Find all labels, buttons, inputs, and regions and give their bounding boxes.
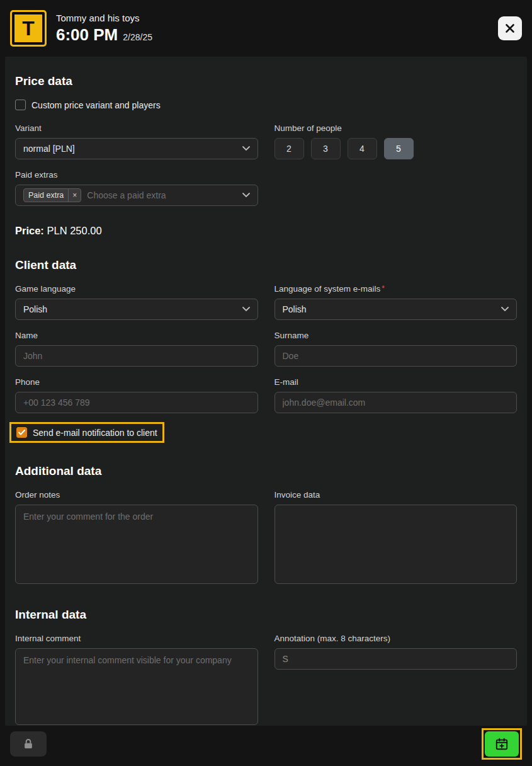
booking-modal: T Tommy and his toys 6:00 PM 2/28/25 Pri… [0,0,532,766]
save-reservation-button[interactable] [485,731,519,757]
people-field: Number of people 2 3 4 5 [274,113,518,159]
notify-checkbox-row[interactable]: Send e-mail notification to client [16,427,157,438]
email-language-value: Polish [283,304,497,314]
custom-price-checkbox-row[interactable]: Custom price variant and players [15,100,161,110]
name-field-wrap: Name [15,320,258,367]
close-icon [505,23,515,33]
modal-header: T Tommy and his toys 6:00 PM 2/28/25 [0,0,532,57]
price-total-value: PLN 250.00 [47,225,101,236]
annotation-label: Annotation (max. 8 characters) [274,634,518,643]
phone-field-wrap: Phone [15,367,258,413]
paid-extras-row: Paid extras Paid extra × Choose a paid e… [15,159,517,206]
phone-field[interactable] [15,392,258,413]
save-button-highlight [482,728,522,760]
price-data-heading: Price data [15,74,517,88]
invoice-textarea[interactable] [274,505,518,584]
chevron-down-icon [501,307,509,312]
paid-extras-label: Paid extras [15,170,258,180]
email-field-wrap: E-mail [274,367,518,413]
remove-tag-icon[interactable]: × [68,189,81,202]
order-notes-label: Order notes [15,490,258,500]
invoice-field-wrap: Invoice data [274,479,518,586]
paid-extras-select[interactable]: Paid extra × Choose a paid extra [15,185,258,206]
people-label: Number of people [274,123,518,133]
internal-row: Internal comment Annotation (max. 8 char… [15,623,517,726]
order-notes-textarea[interactable] [15,505,258,584]
paid-extras-spacer [274,159,518,206]
paid-extra-tag-label: Paid extra [24,189,68,202]
variant-field: Variant normal [PLN] [15,113,258,159]
name-row: Name Surname [15,320,517,367]
booking-form: Price data Custom price variant and play… [5,57,527,726]
internal-comment-textarea[interactable] [15,648,258,725]
internal-comment-field-wrap: Internal comment [15,623,258,726]
name-label: Name [15,331,258,340]
order-notes-field-wrap: Order notes [15,479,258,586]
notify-checkbox-checked[interactable] [16,427,27,438]
phone-label: Phone [15,377,258,387]
game-language-label: Game language [15,284,258,294]
event-datetime: 6:00 PM 2/28/25 [56,25,152,45]
people-option-2[interactable]: 2 [274,138,304,159]
additional-data-heading: Additional data [15,464,517,478]
check-icon [18,430,25,435]
email-language-select[interactable]: Polish [274,299,518,320]
people-button-group: 2 3 4 5 [274,138,518,159]
calendar-plus-icon [495,737,509,751]
modal-footer [0,726,532,766]
paid-extras-field: Paid extras Paid extra × Choose a paid e… [15,159,258,206]
notify-checkbox-label: Send e-mail notification to client [33,428,157,438]
paid-extras-placeholder: Choose a paid extra [87,190,237,200]
price-total-label: Price: [15,225,44,236]
event-date: 2/28/25 [123,32,152,42]
annotation-field-wrap: Annotation (max. 8 characters) [274,623,518,726]
variant-label: Variant [15,123,258,133]
lock-icon [22,738,35,750]
event-info: Tommy and his toys 6:00 PM 2/28/25 [56,13,152,45]
notes-row: Order notes Invoice data [15,479,517,586]
contact-row: Phone E-mail [15,367,517,413]
notify-checkbox-highlight: Send e-mail notification to client [9,422,164,443]
chevron-down-icon [242,193,250,198]
surname-label: Surname [274,331,518,340]
variant-selected-value: normal [PLN] [23,144,237,154]
people-option-4[interactable]: 4 [348,138,377,159]
paid-extra-tag: Paid extra × [23,188,81,202]
variant-select[interactable]: normal [PLN] [15,138,258,159]
event-time: 6:00 PM [56,25,118,45]
language-row: Game language Polish Language of system … [15,273,517,320]
chevron-down-icon [242,146,250,151]
people-option-5-selected[interactable]: 5 [384,138,414,159]
email-field[interactable] [274,392,518,413]
variant-people-row: Variant normal [PLN] Number of people 2 … [15,113,517,159]
custom-price-checkbox[interactable] [15,100,26,110]
email-language-label-text: Language of system e-mails [274,284,381,294]
close-button[interactable] [498,16,522,40]
chevron-down-icon [242,307,250,312]
people-option-3[interactable]: 3 [311,138,341,159]
logo-letter: T [22,17,35,40]
email-label: E-mail [274,377,518,387]
custom-price-checkbox-label: Custom price variant and players [31,100,161,110]
annotation-field[interactable] [274,648,518,670]
invoice-label: Invoice data [274,490,518,500]
internal-data-heading: Internal data [15,608,517,622]
app-logo: T [12,12,45,45]
email-language-field: Language of system e-mails* Polish [274,273,518,320]
surname-field[interactable] [274,345,518,367]
required-asterisk: * [382,284,385,293]
name-field[interactable] [15,345,258,367]
lock-button[interactable] [10,731,47,757]
client-data-heading: Client data [15,258,517,272]
game-language-select[interactable]: Polish [15,299,258,320]
surname-field-wrap: Surname [274,320,518,367]
game-language-value: Polish [23,304,237,314]
email-language-label: Language of system e-mails* [274,284,518,294]
game-language-field: Game language Polish [15,273,258,320]
price-total: Price: PLN 250.00 [15,225,517,237]
event-title: Tommy and his toys [56,13,152,23]
internal-comment-label: Internal comment [15,634,258,643]
